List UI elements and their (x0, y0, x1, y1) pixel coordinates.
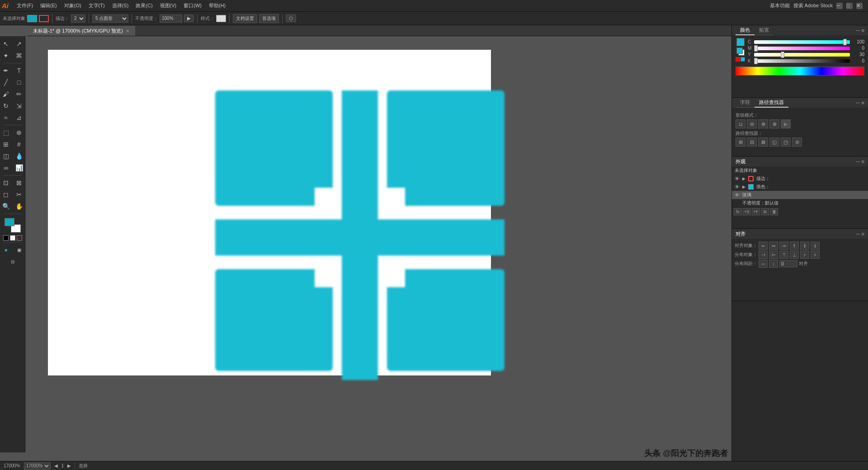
crop-btn[interactable]: ◱ (769, 138, 779, 147)
appearance-menu-icon[interactable]: ≡ (862, 159, 864, 164)
y-thumb[interactable] (781, 52, 784, 58)
next-page-btn[interactable]: ▶ (67, 463, 71, 468)
add-effect-btn[interactable]: fx (734, 208, 742, 215)
appearance-collapse-icon[interactable]: ─ (856, 159, 860, 164)
color-mode-btn[interactable]: ■ (0, 244, 12, 255)
pathfinder-collapse-icon[interactable]: ─ (856, 100, 860, 105)
active-tab[interactable]: 未标题-1* @ 17000% (CMYK/GPU 预览) ✕ (27, 26, 135, 36)
spacing-input[interactable] (779, 260, 797, 267)
m-thumb[interactable] (754, 45, 758, 52)
magic-wand-tool[interactable]: ✦ (0, 50, 12, 61)
dist-center-v-btn[interactable]: ⊦ (800, 251, 809, 259)
none-swatch[interactable] (17, 235, 22, 241)
panel-collapse-icon[interactable]: ─ (856, 28, 860, 33)
dist-center-h-btn[interactable]: ⊢ (769, 251, 778, 259)
panel-menu-icon[interactable]: ≡ (862, 28, 864, 33)
warp-tool[interactable]: ≈ (0, 112, 12, 123)
menu-select[interactable]: 选择(S) (108, 1, 132, 10)
zoom-select[interactable]: 17000% (24, 462, 51, 470)
align-left-btn[interactable]: ⇐ (759, 242, 768, 250)
menu-view[interactable]: 视图(V) (156, 1, 180, 10)
appearance-panel-header[interactable]: 外观 ─ ≡ (732, 157, 868, 166)
menu-effect[interactable]: 效果(C) (132, 1, 156, 10)
scale-tool[interactable]: ⇲ (13, 100, 25, 111)
pathfinder-tab[interactable]: 路径查找器 (755, 98, 788, 108)
style-swatch[interactable] (216, 15, 226, 22)
type-tool[interactable]: T (13, 65, 25, 76)
menu-text[interactable]: 文字(T) (85, 1, 108, 10)
pencil-tool[interactable]: ✏ (13, 89, 25, 100)
fill-swatch[interactable] (27, 15, 37, 22)
width-tool[interactable]: ⊿ (13, 112, 25, 123)
dist-spacing-v-btn[interactable]: ↕ (769, 260, 778, 268)
color-tab[interactable]: 颜色 (736, 26, 755, 35)
brush-select[interactable]: 5 点圆形 (92, 14, 128, 23)
dist-top-btn[interactable]: ⊥ (790, 251, 799, 259)
preferences-button[interactable]: 首选项 (259, 14, 279, 23)
zoom-tool[interactable]: 🔍 (0, 201, 12, 212)
align-bottom-btn[interactable]: ⇓ (811, 242, 820, 250)
align-top-btn[interactable]: ⇑ (790, 242, 799, 250)
slice-tool[interactable]: ⊠ (13, 177, 25, 188)
menu-object[interactable]: 对象(O) (61, 1, 85, 10)
window-close[interactable]: ✕ (856, 3, 863, 9)
free-transform-tool[interactable]: ⬚ (0, 127, 12, 138)
direct-selection-tool[interactable]: ↗ (13, 38, 25, 49)
fill-expand-icon[interactable]: ▶ (742, 185, 745, 189)
rotate-tool[interactable]: ↻ (0, 100, 12, 111)
menu-file[interactable]: 文件(F) (13, 1, 37, 10)
stroke-eye-icon[interactable]: 👁 (735, 176, 740, 181)
window-maximize[interactable]: □ (846, 3, 853, 9)
intersect-btn[interactable]: ⊗ (758, 119, 768, 128)
appearance-opacity[interactable]: 👁 不透明度：默认值 (732, 199, 868, 207)
chart-tool[interactable]: 📊 (13, 162, 25, 173)
stroke-swatch-app[interactable] (748, 176, 754, 181)
pathfinder-panel-header[interactable]: 字符 路径查找器 ─ ≡ (732, 98, 868, 108)
white-swatch[interactable] (10, 235, 15, 241)
add-new-stroke-btn[interactable]: +S (743, 208, 751, 215)
stroke-expand-icon[interactable]: ▶ (742, 176, 745, 181)
trim-btn[interactable]: ⊟ (747, 138, 757, 147)
blend-tool[interactable]: ∞ (0, 162, 12, 173)
k-slider[interactable] (754, 59, 850, 63)
expand-btn[interactable]: ▶ (781, 119, 791, 128)
mesh-tool[interactable]: # (13, 139, 25, 150)
stroke-swatch[interactable] (39, 15, 49, 22)
appearance-glass-effect[interactable]: 👁 玻璃 (732, 191, 868, 199)
menu-help[interactable]: 帮助(H) (205, 1, 229, 10)
k-thumb[interactable] (754, 58, 758, 64)
exclude-btn[interactable]: ⊕ (769, 119, 779, 128)
color-chip-small[interactable] (741, 57, 745, 62)
opacity-input[interactable] (160, 14, 182, 23)
color-chip-cyan[interactable] (736, 38, 745, 46)
divide-btn[interactable]: ⊞ (736, 138, 745, 147)
shape-tool[interactable]: □ (13, 77, 25, 88)
paintbrush-tool[interactable]: 🖌 (0, 89, 12, 100)
pathfinder-menu-icon[interactable]: ≡ (862, 100, 864, 105)
m-slider[interactable] (754, 47, 850, 50)
color-spectrum[interactable] (736, 66, 864, 76)
artboard-tool[interactable]: ⊡ (0, 177, 12, 188)
dist-bottom-btn[interactable]: ⊧ (811, 251, 820, 259)
merge-btn[interactable]: ⊠ (758, 138, 768, 147)
line-tool[interactable]: ╱ (0, 77, 12, 88)
selection-tool[interactable]: ↖ (0, 38, 12, 49)
fill-eye-icon[interactable]: 👁 (735, 184, 740, 190)
c-slider[interactable] (754, 40, 850, 44)
delete-item-btn[interactable]: 🗑 (770, 208, 778, 215)
menu-edit[interactable]: 编辑(E) (37, 1, 61, 10)
tab-close-icon[interactable]: ✕ (126, 28, 129, 33)
menu-window[interactable]: 窗口(W) (180, 1, 205, 10)
align-collapse-icon[interactable]: ─ (856, 231, 860, 237)
appearance-fill[interactable]: 👁 ▶ 填色： (732, 183, 868, 191)
expand-tab[interactable]: 拓宽 (755, 26, 774, 35)
gradient-mode-btn[interactable]: ▣ (13, 244, 25, 255)
align-menu-icon[interactable]: ≡ (862, 231, 864, 237)
align-center-v-btn[interactable]: ⇕ (800, 242, 809, 250)
scissors-tool[interactable]: ✂ (13, 189, 25, 200)
foreground-color-swatch[interactable] (5, 218, 14, 226)
shape-builder-tool[interactable]: ⊕ (13, 127, 25, 138)
unite-btn[interactable]: ⊔ (736, 119, 745, 128)
y-slider[interactable] (754, 53, 850, 57)
add-new-fill-btn[interactable]: +F (752, 208, 760, 215)
